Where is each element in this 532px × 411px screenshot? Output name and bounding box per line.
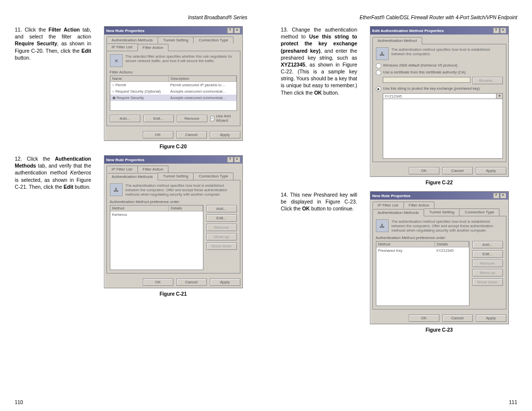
radio-preshared-key[interactable] <box>376 86 381 92</box>
tab-ip-filter-list[interactable]: IP Filter List <box>372 202 404 208</box>
ok-button[interactable]: OK <box>409 167 439 174</box>
cancel-button[interactable]: Cancel <box>176 278 207 286</box>
list-label: Authentication Method preference order: <box>376 236 503 240</box>
dropdown-icon[interactable]: ▾ <box>497 93 503 99</box>
figure-caption: Figure C-21 <box>160 291 187 297</box>
add-button[interactable]: Add... <box>472 241 503 248</box>
network-icon: 🖧 <box>376 219 389 232</box>
figure-caption: Figure C-22 <box>426 180 453 185</box>
remove-button[interactable]: Remove <box>472 260 503 267</box>
tab-tunnel-setting[interactable]: Tunnel Setting <box>424 208 460 216</box>
list-item[interactable]: ○ Request Security (Optional)Accepts uns… <box>110 88 236 95</box>
help-icon[interactable]: ? <box>227 157 233 163</box>
add-button[interactable]: Add... <box>206 205 237 212</box>
close-icon[interactable]: × <box>234 157 240 163</box>
ok-button[interactable]: OK <box>143 278 173 286</box>
network-icon: 🖧 <box>110 183 123 196</box>
col-name: Name <box>110 76 169 81</box>
list-item[interactable]: ◉ Require SecurityAccepts unsecured comm… <box>110 95 236 101</box>
help-icon[interactable]: ? <box>493 193 499 199</box>
page-number: 110 <box>15 400 23 405</box>
remove-button[interactable]: Remove <box>177 115 207 122</box>
step-14-text: 14. This new Preshared key will be displ… <box>281 191 357 333</box>
dialog-c20: New Rule Properties ? × Authentication M… <box>104 26 243 141</box>
edit-button[interactable]: Edit... <box>472 250 503 258</box>
radio-kerberos[interactable] <box>376 63 381 68</box>
preshared-key-input[interactable]: XYZ12345 <box>383 93 497 99</box>
ca-field <box>383 77 470 83</box>
page-number: 111 <box>509 400 517 405</box>
tab-ip-filter-list[interactable]: IP Filter List <box>106 43 138 51</box>
radio-certificate[interactable] <box>376 70 381 75</box>
apply-button[interactable]: Apply <box>476 167 506 174</box>
tab-tunnel-setting[interactable]: Tunnel Setting <box>158 172 194 180</box>
cancel-button[interactable]: Cancel <box>442 314 473 322</box>
dialog-title: New Rule Properties <box>372 194 411 198</box>
tab-tunnel-setting[interactable]: Tunnel Setting <box>158 36 194 43</box>
remove-button[interactable]: Remove <box>206 224 237 231</box>
ok-button[interactable]: OK <box>143 131 173 138</box>
tab-filter-action[interactable]: Filter Action <box>137 44 169 51</box>
auth-methods-list[interactable]: MethodDetails Kerberos <box>110 205 203 270</box>
dialog-title: New Rule Properties <box>106 158 145 162</box>
step-12-num: 12. <box>15 156 22 162</box>
list-item[interactable]: Kerberos <box>110 211 203 218</box>
close-icon[interactable]: × <box>500 193 506 199</box>
dialog-info-text: The authentication method specifies how … <box>392 47 503 60</box>
figure-caption: Figure C-23 <box>426 327 453 333</box>
tab-filter-action[interactable]: Filter Action <box>137 166 169 172</box>
apply-button[interactable]: Apply <box>210 131 240 138</box>
network-icon: 🖧 <box>376 47 389 60</box>
figure-caption: Figure C-20 <box>160 144 187 149</box>
left-header: Instant Broadband® Series <box>15 15 251 20</box>
dialog-title: New Rule Properties <box>106 29 145 33</box>
movedown-button[interactable]: Move down <box>472 278 503 286</box>
edit-button[interactable]: Edit... <box>206 214 237 222</box>
dialog-c21: New Rule Properties ?× IP Filter List Fi… <box>104 155 243 288</box>
col-desc: Description <box>169 76 236 81</box>
moveup-button[interactable]: Move up <box>472 269 503 276</box>
apply-button[interactable]: Apply <box>210 278 240 286</box>
step-12-text: 12. Click the Authentication Methods tab… <box>15 155 91 297</box>
close-icon[interactable]: × <box>500 28 506 34</box>
dialog-info-text: The authentication method specifies how … <box>392 219 503 233</box>
tab-auth-methods[interactable]: Authentication Methods <box>372 209 425 216</box>
browse-button[interactable]: Browse... <box>472 77 503 84</box>
dialog-title: Edit Authentication Method Properties <box>372 29 444 33</box>
tab-connection-type[interactable]: Connection Type <box>193 172 233 180</box>
step-14-num: 14. <box>281 192 288 198</box>
list-item[interactable]: Preshared KeyXYZ12345 <box>376 247 469 254</box>
ok-button[interactable]: OK <box>409 314 439 322</box>
list-label: Filter Actions: <box>110 70 237 74</box>
help-icon[interactable]: ? <box>227 28 233 34</box>
filter-actions-list[interactable]: Name Description ○ PermitPermit unsecure… <box>110 75 237 111</box>
step-13-num: 13. <box>281 27 288 33</box>
tab-filter-action[interactable]: Filter Action <box>403 202 435 208</box>
cancel-button[interactable]: Cancel <box>176 131 207 138</box>
tab-ip-filter-list[interactable]: IP Filter List <box>106 166 138 172</box>
edit-button[interactable]: Edit... <box>143 115 174 122</box>
dialog-info-text: The authentication method specifies how … <box>126 183 237 197</box>
add-button[interactable]: Add... <box>110 115 140 122</box>
right-header: EtherFast® Cable/DSL Firewall Router wit… <box>281 15 517 20</box>
tab-connection-type[interactable]: Connection Type <box>459 208 499 216</box>
key-textarea[interactable] <box>383 99 503 159</box>
tab-auth-methods[interactable]: Authentication Methods <box>106 173 159 180</box>
tab-connection-type[interactable]: Connection Type <box>193 36 233 43</box>
apply-button[interactable]: Apply <box>476 314 506 322</box>
dialog-info-text: The selected filter action specifies whe… <box>126 54 237 67</box>
close-icon[interactable]: × <box>234 28 240 34</box>
moveup-button[interactable]: Move up <box>206 233 237 240</box>
cancel-button[interactable]: Cancel <box>442 167 473 174</box>
step-13-text: 13. Change the authentication method to … <box>281 26 357 185</box>
use-wizard-checkbox[interactable]: ✓ <box>210 116 215 121</box>
tab-auth-method[interactable]: Authentication Method <box>372 37 423 44</box>
dialog-c23: New Rule Properties ?× IP Filter List Fi… <box>370 191 509 324</box>
movedown-button[interactable]: Move down <box>206 242 237 250</box>
list-item[interactable]: ○ PermitPermit unsecured IP packets to .… <box>110 82 236 88</box>
auth-methods-list[interactable]: MethodDetails Preshared KeyXYZ12345 <box>376 241 469 306</box>
step-11-num: 11. <box>15 27 22 33</box>
step-11-text: 11. Click the Filter Action tab, and sel… <box>15 26 91 149</box>
help-icon[interactable]: ? <box>493 28 499 34</box>
tab-auth-methods[interactable]: Authentication Methods <box>106 36 159 43</box>
